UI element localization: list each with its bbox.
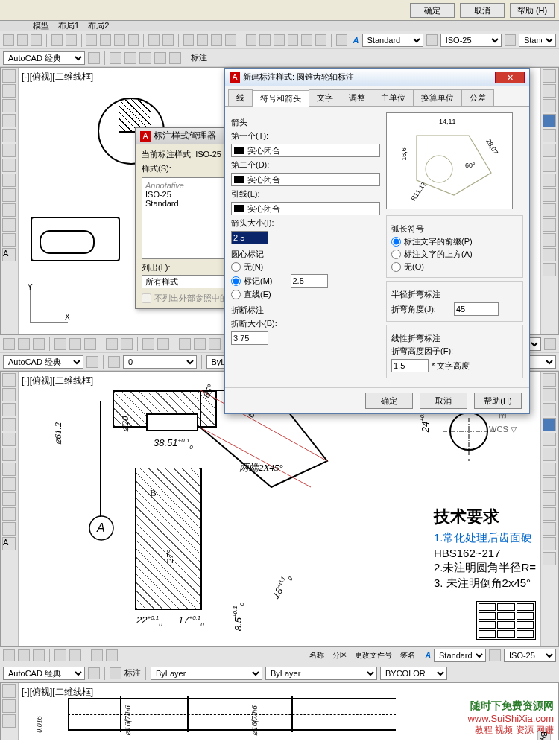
layer-icon[interactable] — [108, 356, 120, 368]
redo-icon[interactable] — [162, 34, 174, 46]
fillet-icon[interactable] — [543, 248, 556, 261]
undo-icon[interactable] — [148, 34, 160, 46]
zoom-window-icon[interactable] — [211, 34, 222, 46]
workspace-combo[interactable]: AutoCAD 经典 — [3, 667, 85, 680]
region-icon[interactable] — [2, 233, 16, 247]
dimstyle-icon[interactable] — [489, 649, 501, 661]
copy-icon[interactable] — [69, 338, 81, 350]
dc-icon[interactable] — [259, 34, 271, 46]
arrow-size-spinner[interactable] — [231, 231, 268, 244]
array-icon[interactable] — [543, 129, 556, 142]
workspace-combo[interactable]: AutoCAD 经典 — [3, 355, 83, 369]
pan-icon[interactable] — [183, 34, 195, 46]
text-icon[interactable] — [2, 218, 16, 232]
viewport-label[interactable]: [-][俯视][二维线框] — [22, 686, 93, 699]
top-ok-button[interactable]: 确定 — [410, 3, 455, 18]
trim-icon[interactable] — [543, 492, 556, 506]
line-icon[interactable] — [2, 684, 16, 698]
tab-text[interactable]: 文字 — [309, 89, 341, 106]
block-icon[interactable] — [2, 522, 16, 536]
ellipse-icon[interactable] — [2, 144, 16, 157]
zoom-icon[interactable] — [197, 34, 208, 46]
arc-none-radio[interactable] — [391, 262, 401, 272]
circle-icon[interactable] — [2, 714, 16, 728]
jog-height-spinner[interactable] — [391, 359, 429, 372]
ok-button[interactable]: 确定 — [365, 393, 413, 409]
undo-icon[interactable] — [91, 649, 103, 661]
save-icon[interactable] — [31, 34, 42, 46]
offset-icon[interactable] — [543, 418, 556, 431]
gear-icon[interactable] — [88, 667, 100, 679]
undo-icon[interactable] — [106, 338, 118, 350]
new-icon[interactable] — [3, 649, 15, 661]
textstyle-combo[interactable]: Standard — [362, 34, 423, 47]
point-icon[interactable] — [2, 477, 16, 491]
tab-fit[interactable]: 调整 — [341, 89, 373, 106]
erase-icon[interactable] — [543, 69, 556, 83]
dimstyle-combo[interactable]: ISO-25 — [504, 649, 556, 662]
cancel-button[interactable]: 取消 — [420, 393, 467, 409]
copy2-icon[interactable] — [543, 388, 556, 401]
table-icon[interactable] — [2, 203, 16, 217]
help-icon[interactable] — [336, 34, 347, 46]
dim5-icon[interactable] — [169, 52, 181, 64]
arc-icon[interactable] — [2, 418, 16, 431]
color-combo[interactable]: ByLayer — [151, 667, 262, 680]
style-item[interactable]: Annotative — [145, 181, 184, 190]
mirror-icon[interactable] — [543, 99, 556, 112]
close-icon[interactable]: ✕ — [495, 72, 525, 83]
copy-icon[interactable] — [100, 34, 111, 46]
cut-icon[interactable] — [86, 34, 97, 46]
leader-combo[interactable]: 实心闭合 — [231, 202, 380, 215]
ellipse-icon[interactable] — [2, 448, 16, 461]
extend-icon[interactable] — [543, 218, 556, 232]
dim4-icon[interactable] — [154, 52, 166, 64]
rotate-icon[interactable] — [543, 463, 556, 476]
open-icon[interactable] — [18, 338, 30, 350]
mark-size-spinner[interactable] — [291, 274, 328, 288]
textstyle-a-icon[interactable]: A — [353, 36, 359, 45]
tool-icon[interactable] — [274, 34, 285, 46]
copy-icon[interactable] — [69, 649, 81, 661]
pan-icon[interactable] — [142, 338, 154, 350]
paste-icon[interactable] — [114, 34, 125, 46]
dc-icon[interactable] — [194, 338, 206, 350]
zoom-prev-icon[interactable] — [225, 34, 236, 46]
tab-alternate[interactable]: 换算单位 — [413, 89, 462, 106]
break-size-spinner[interactable] — [231, 331, 268, 345]
viewport-label[interactable]: [-][俯视][二维线框] — [22, 375, 93, 387]
match-icon[interactable] — [128, 34, 139, 46]
line-icon[interactable] — [2, 373, 16, 387]
new-icon[interactable] — [3, 34, 14, 46]
table-icon[interactable] — [2, 507, 16, 521]
redo-icon[interactable] — [106, 649, 118, 661]
textstyle-combo[interactable]: Standard — [434, 649, 486, 662]
line-icon[interactable] — [2, 69, 16, 83]
point-icon[interactable] — [2, 174, 16, 187]
top-help-button[interactable]: 帮助 (H) — [510, 3, 555, 18]
dim2-icon[interactable] — [124, 52, 136, 64]
preview-icon[interactable] — [66, 34, 77, 46]
explode-icon[interactable] — [543, 263, 556, 276]
dialog-titlebar[interactable]: A 新建标注样式: 圆锥齿轮轴标注 ✕ — [225, 69, 529, 86]
center-line-radio[interactable] — [231, 290, 241, 299]
layout2-tab[interactable]: 布局2 — [88, 21, 109, 31]
rect-icon[interactable] — [2, 433, 16, 446]
top-cancel-button[interactable]: 取消 — [460, 3, 505, 18]
cut-icon[interactable] — [54, 338, 66, 350]
props-icon[interactable] — [179, 338, 191, 350]
copy2-icon[interactable] — [543, 84, 556, 98]
sheet-icon[interactable] — [288, 34, 299, 46]
gear-icon[interactable] — [86, 356, 98, 368]
workspace-combo[interactable]: AutoCAD 经典 — [3, 51, 85, 65]
layout1-tab[interactable]: 布局1 — [58, 21, 79, 31]
scale-icon[interactable] — [543, 174, 556, 187]
pline-icon[interactable] — [2, 699, 16, 713]
calc-icon[interactable] — [315, 34, 326, 46]
pline-icon[interactable] — [2, 388, 16, 401]
mtext-icon[interactable]: A — [2, 537, 16, 550]
new-icon[interactable] — [3, 338, 15, 350]
rotate-icon[interactable] — [543, 159, 556, 172]
dimstyle-icon[interactable] — [544, 338, 556, 350]
arc-icon[interactable] — [2, 114, 16, 127]
